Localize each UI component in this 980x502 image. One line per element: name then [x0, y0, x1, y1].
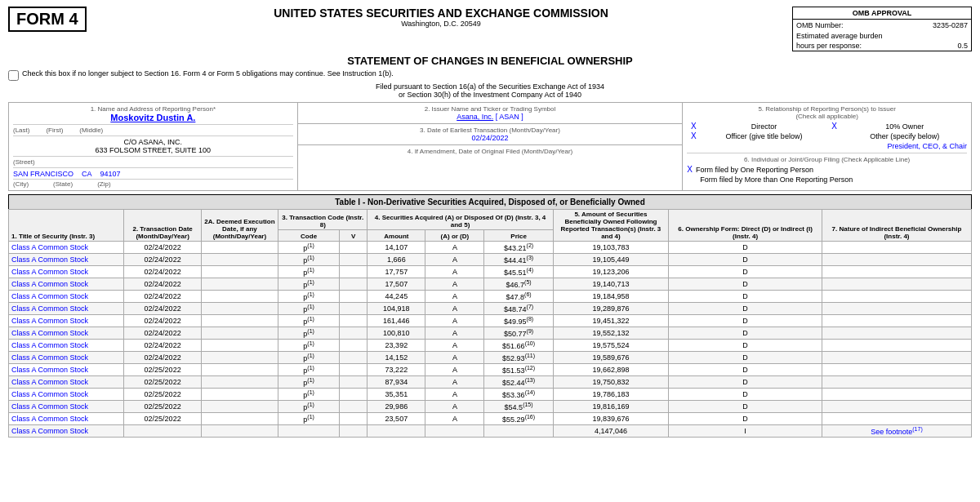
col1-header: 1. Title of Security (Instr. 3) — [9, 210, 124, 242]
state: CA — [82, 170, 92, 178]
director-label: Director — [702, 122, 826, 131]
filed-text2: or Section 30(h) of the Investment Compa… — [8, 91, 972, 99]
last-label: (Last) — [13, 127, 29, 134]
transaction-date: 02/24/2022 — [124, 352, 201, 364]
transaction-code: p(1) — [278, 327, 340, 340]
security-title: Class A Common Stock — [9, 413, 124, 425]
aord: A — [425, 364, 484, 376]
transaction-date: 02/25/2022 — [124, 376, 201, 389]
price: $46.7(5) — [484, 278, 553, 291]
nature-of-ownership — [822, 266, 971, 278]
owned-amount: 19,123,206 — [553, 266, 668, 278]
nature-of-ownership — [822, 389, 971, 401]
amount — [368, 425, 425, 438]
transaction-date: 02/24/2022 — [124, 254, 201, 266]
ownership-form: D — [669, 242, 822, 254]
transaction-code: p(1) — [278, 303, 340, 315]
transaction-v — [340, 352, 368, 364]
section4-label: 4. If Amendment, Date of Original Filed … — [302, 148, 679, 155]
nature-of-ownership — [822, 413, 971, 425]
col4-header: 4. Securities Acquired (A) or Disposed O… — [368, 210, 553, 230]
transaction-code: p(1) — [278, 278, 340, 291]
aord: A — [425, 413, 484, 425]
city: SAN FRANCISCO — [13, 170, 74, 178]
ten-pct-label: 10% Owner — [843, 122, 967, 131]
security-title: Class A Common Stock — [9, 327, 124, 340]
transaction-code: p(1) — [278, 254, 340, 266]
col5-header: 5. Amount of Securities Beneficially Own… — [553, 210, 668, 242]
checkbox-label: Check this box if no longer subject to S… — [22, 69, 394, 78]
deemed-date — [201, 278, 278, 291]
street-label: (Street) — [13, 158, 35, 166]
section6-option1: Form filed by One Reporting Person — [696, 166, 813, 174]
transaction-v — [340, 254, 368, 266]
transaction-code: p(1) — [278, 242, 340, 254]
security-title: Class A Common Stock — [9, 266, 124, 278]
transaction-v — [340, 327, 368, 340]
form-number: FORM 4 — [8, 7, 87, 32]
transaction-code: p(1) — [278, 364, 340, 376]
owned-amount: 19,575,524 — [553, 340, 668, 352]
col3-code-header: Code — [278, 229, 340, 241]
security-title: Class A Common Stock — [9, 340, 124, 352]
omb-number-value: 3235-0287 — [933, 21, 968, 29]
owned-amount: 19,589,676 — [553, 352, 668, 364]
deemed-date — [201, 340, 278, 352]
omb-hours-value: 0.5 — [957, 42, 968, 50]
deemed-date — [201, 303, 278, 315]
price: $51.53(12) — [484, 364, 553, 376]
transaction-v — [340, 303, 368, 315]
officer-title: President, CEO, & Chair — [887, 142, 967, 150]
deemed-date — [201, 389, 278, 401]
transaction-v — [340, 340, 368, 352]
aord: A — [425, 389, 484, 401]
section1-label: 1. Name and Address of Reporting Person* — [13, 105, 293, 113]
ownership-form: D — [669, 401, 822, 413]
ownership-form: D — [669, 376, 822, 389]
owned-amount: 19,750,832 — [553, 376, 668, 389]
nature-of-ownership — [822, 352, 971, 364]
transaction-code: p(1) — [278, 389, 340, 401]
zip: 94107 — [100, 170, 121, 178]
price: $47.8(6) — [484, 291, 553, 303]
table-row: Class A Common Stock 02/25/2022 p(1) 23,… — [9, 413, 972, 425]
table-title: Table I - Non-Derivative Securities Acqu… — [8, 194, 972, 209]
nature-of-ownership — [822, 254, 971, 266]
price: $52.44(13) — [484, 376, 553, 389]
amount: 14,107 — [368, 242, 425, 254]
middle-label: (Middle) — [79, 127, 103, 134]
aord: A — [425, 242, 484, 254]
omb-burden-label: Estimated average burden — [796, 32, 883, 40]
price: $44.41(3) — [484, 254, 553, 266]
security-title: Class A Common Stock — [9, 401, 124, 413]
transaction-date: 02/24/2022 — [124, 242, 201, 254]
transaction-code: p(1) — [278, 291, 340, 303]
table-row: Class A Common Stock 02/24/2022 p(1) 1,6… — [9, 254, 972, 266]
aord: A — [425, 291, 484, 303]
aord: A — [425, 376, 484, 389]
statement-title: STATEMENT OF CHANGES IN BENEFICIAL OWNER… — [8, 55, 972, 67]
transaction-v — [340, 242, 368, 254]
ownership-form: D — [669, 278, 822, 291]
owned-amount: 19,184,958 — [553, 291, 668, 303]
price: $54.5(15) — [484, 401, 553, 413]
issuer-name: Asana, Inc. — [457, 113, 493, 121]
section6-x: X — [687, 165, 693, 174]
table-row: Class A Common Stock 02/24/2022 p(1) 44,… — [9, 291, 972, 303]
transaction-date: 02/24/2022 — [124, 266, 201, 278]
ownership-form: D — [669, 254, 822, 266]
transaction-date: 02/25/2022 — [124, 389, 201, 401]
company-name: C/O ASANA, INC. — [13, 138, 293, 146]
nature-of-ownership — [822, 315, 971, 327]
owned-amount: 19,786,183 — [553, 389, 668, 401]
price: $45.51(4) — [484, 266, 553, 278]
reporting-person-name: Moskovitz Dustin A. — [13, 113, 293, 122]
aord: A — [425, 327, 484, 340]
section16-checkbox[interactable] — [8, 70, 19, 81]
security-title: Class A Common Stock — [9, 291, 124, 303]
transaction-date: 02/24/2022 — [124, 291, 201, 303]
nature-of-ownership — [822, 278, 971, 291]
aord: A — [425, 278, 484, 291]
nature-of-ownership — [822, 303, 971, 315]
ownership-form: D — [669, 315, 822, 327]
